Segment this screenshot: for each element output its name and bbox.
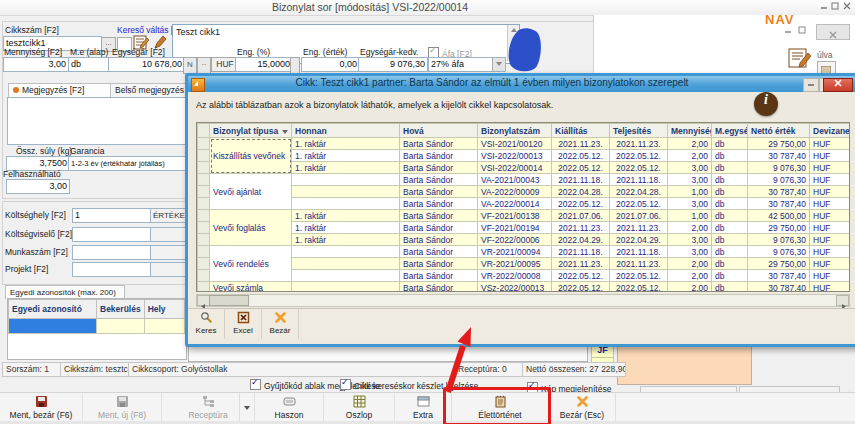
- netto-cell[interactable]: 9 076,30: [748, 246, 810, 258]
- deviza-cell[interactable]: HUF: [810, 210, 850, 222]
- honnan-cell[interactable]: 1. raktár: [292, 138, 400, 150]
- mennyiseg-cell[interactable]: 2,00: [668, 150, 712, 162]
- teljesites-cell[interactable]: 2022.04.29.: [610, 234, 668, 246]
- table-row[interactable]: Barta SándorVR-2021/000952021.11.23.2021…: [198, 258, 850, 270]
- table-row[interactable]: Kiszállítás vevőnek1. raktárBarta Sándor…: [198, 138, 850, 150]
- column-header[interactable]: Nettó érték: [748, 124, 810, 138]
- row-selector[interactable]: [198, 186, 210, 198]
- hova-cell[interactable]: Barta Sándor: [400, 174, 478, 186]
- row-selector[interactable]: [198, 150, 210, 162]
- row-selector[interactable]: [198, 234, 210, 246]
- netto-cell[interactable]: 9 076,30: [748, 174, 810, 186]
- egyseg-cell[interactable]: db: [712, 138, 748, 150]
- teljesites-cell[interactable]: 2022.04.28.: [610, 186, 668, 198]
- hova-cell[interactable]: Barta Sándor: [400, 222, 478, 234]
- projekt-input[interactable]: [72, 262, 152, 277]
- szam-cell[interactable]: VSI-2022/00014: [478, 162, 552, 174]
- egyedi-col-hely[interactable]: Hely: [144, 300, 184, 319]
- netto-cell[interactable]: 29 750,00: [748, 258, 810, 270]
- table-row[interactable]: Barta SándorVR-2022/000082022.05.12.2022…: [198, 270, 850, 282]
- mennyiseg-cell[interactable]: 3,00: [668, 246, 712, 258]
- afa-select[interactable]: 27% áfa: [428, 57, 506, 72]
- row-selector[interactable]: [198, 258, 210, 270]
- toolbar-button-bezár-esc-[interactable]: Bezár (Esc): [549, 393, 616, 423]
- tab-megjegyzes[interactable]: Megjegyzés [F2]: [8, 83, 114, 98]
- teljesites-cell[interactable]: 2021.11.18.: [610, 174, 668, 186]
- mennyiseg-cell[interactable]: 2,00: [668, 282, 712, 293]
- netto-cell[interactable]: 30 787,40: [748, 198, 810, 210]
- scroll-right-icon[interactable]: [836, 295, 849, 306]
- document-type-cell[interactable]: Vevői ajánlat: [210, 174, 292, 210]
- deviza-cell[interactable]: HUF: [810, 198, 850, 210]
- toolbar-button-élettörténet[interactable]: Élettörténet: [452, 393, 549, 423]
- mennyiseg-cell[interactable]: 3,00: [668, 162, 712, 174]
- mennyiseg-cell[interactable]: 3,00: [668, 234, 712, 246]
- eng-pct-spinner[interactable]: [290, 57, 300, 74]
- deviza-cell[interactable]: HUF: [810, 270, 850, 282]
- edit-note-icon[interactable]: [788, 47, 812, 73]
- row-selector[interactable]: [198, 282, 210, 293]
- table-row[interactable]: Vevői foglalás1. raktárBarta SándorVF-20…: [198, 210, 850, 222]
- teljesites-cell[interactable]: 2022.05.12.: [610, 198, 668, 210]
- teljesites-cell[interactable]: 2021.07.06.: [610, 210, 668, 222]
- hova-cell[interactable]: Barta Sándor: [400, 234, 478, 246]
- popup-button-bezár[interactable]: Bezár: [262, 309, 299, 339]
- n-button[interactable]: N: [183, 57, 197, 74]
- column-header[interactable]: Mennyiség: [668, 124, 712, 138]
- egyedi-col-azonosito[interactable]: Egyedi azonosító: [9, 300, 97, 319]
- szam-cell[interactable]: VSI-2021/00120: [478, 138, 552, 150]
- popup-titlebar[interactable]: Cikk: Teszt cikk1 partner: Barta Sándor …: [188, 76, 855, 92]
- deviza-cell[interactable]: HUF: [810, 234, 850, 246]
- kiallitas-cell[interactable]: 2022.04.28.: [552, 186, 610, 198]
- teljesites-cell[interactable]: 2021.11.23.: [610, 222, 668, 234]
- egyseg-cell[interactable]: db: [712, 174, 748, 186]
- honnan-cell[interactable]: [292, 174, 400, 186]
- honnan-cell[interactable]: 1. raktár: [292, 222, 400, 234]
- scrollbar-thumb[interactable]: [209, 295, 249, 306]
- row-selector[interactable]: [198, 210, 210, 222]
- deviza-cell[interactable]: HUF: [810, 246, 850, 258]
- egysegar-input[interactable]: 10 678,00: [108, 57, 185, 72]
- row-selector[interactable]: [198, 138, 210, 150]
- cikk-kereses-checkbox[interactable]: Cikk kereséskor készlet kijelzése: [340, 379, 478, 391]
- szam-cell[interactable]: VR-2021/00095: [478, 258, 552, 270]
- teljesites-cell[interactable]: 2021.11.23.: [610, 138, 668, 150]
- toolbar-button-haszon[interactable]: Haszon: [255, 393, 324, 423]
- egyseg-cell[interactable]: db: [712, 162, 748, 174]
- honnan-cell[interactable]: 1. raktár: [292, 150, 400, 162]
- netto-cell[interactable]: 30 787,40: [748, 270, 810, 282]
- honnan-cell[interactable]: [292, 270, 400, 282]
- kiallitas-cell[interactable]: 2022.04.29.: [552, 234, 610, 246]
- table-row[interactable]: 1. raktárBarta SándorVSI-2022/000132022.…: [198, 150, 850, 162]
- table-row[interactable]: Barta SándorVA-2022/000142022.05.12.2022…: [198, 198, 850, 210]
- popup-minimize-icon[interactable]: [803, 78, 819, 92]
- honnan-cell[interactable]: [292, 258, 400, 270]
- table-row[interactable]: 1. raktárBarta SándorVF-2021/001942021.1…: [198, 222, 850, 234]
- honnan-cell[interactable]: 1. raktár: [292, 162, 400, 174]
- egysegar-kedv-input[interactable]: 9 076,30: [358, 57, 428, 72]
- kiallitas-cell[interactable]: 2022.05.12.: [552, 282, 610, 293]
- mennyiseg-cell[interactable]: 2,00: [668, 138, 712, 150]
- mennyiseg-cell[interactable]: 1,00: [668, 210, 712, 222]
- hova-cell[interactable]: Barta Sándor: [400, 198, 478, 210]
- eng-ertek-input[interactable]: 0,00: [301, 57, 360, 72]
- deviza-cell[interactable]: HUF: [810, 138, 850, 150]
- honnan-cell[interactable]: [292, 198, 400, 210]
- szam-cell[interactable]: VR-2021/00094: [478, 246, 552, 258]
- hova-cell[interactable]: Barta Sándor: [400, 186, 478, 198]
- toolbar-button-extra[interactable]: Extra: [395, 393, 452, 423]
- table-row[interactable]: Barta SándorVA-2022/000092022.04.28.2022…: [198, 186, 850, 198]
- restore-icon[interactable]: [830, 2, 840, 12]
- szam-cell[interactable]: VA-2022/00009: [478, 186, 552, 198]
- hova-cell[interactable]: Barta Sándor: [400, 246, 478, 258]
- minimize-icon[interactable]: [819, 2, 829, 12]
- popup-button-keres[interactable]: Keres: [188, 309, 225, 339]
- honnan-cell[interactable]: 1. raktár: [292, 210, 400, 222]
- column-header[interactable]: Bizonylatszám: [478, 124, 552, 138]
- hova-cell[interactable]: Barta Sándor: [400, 210, 478, 222]
- honnan-cell[interactable]: [292, 246, 400, 258]
- table-row[interactable]: 1. raktárBarta SándorVSI-2022/000142022.…: [198, 162, 850, 174]
- table-row[interactable]: 1. raktárBarta SándorVF-2022/000062022.0…: [198, 234, 850, 246]
- bg-minimize-icon[interactable]: [783, 26, 793, 36]
- kiallitas-cell[interactable]: 2021.11.18.: [552, 246, 610, 258]
